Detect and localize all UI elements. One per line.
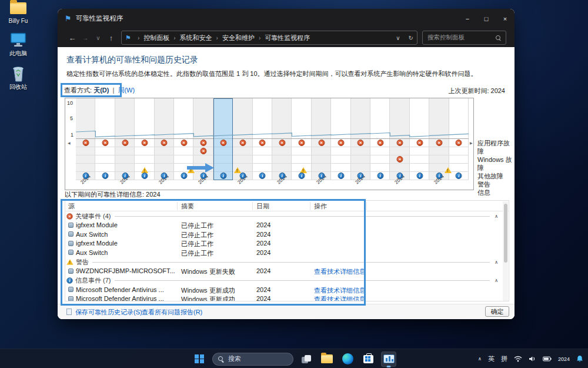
save-history-link[interactable]: 保存可靠性历史记录(S)... — [75, 308, 148, 317]
col-action-header[interactable]: 操作 — [314, 202, 327, 211]
view-all-reports-link[interactable]: 查看所有问题报告(R) — [142, 308, 202, 317]
cell-date: 2024 — [256, 267, 270, 274]
event-marker-critical-icon: × — [299, 140, 305, 146]
event-marker-critical-icon: × — [397, 156, 403, 163]
event-marker-critical-icon: × — [259, 140, 266, 146]
address-bar[interactable]: ⚑ ›控制面板›系统和安全›安全和维护›可靠性监视程序 ∨ ↻ — [121, 31, 417, 45]
chart-scroll-right-icon[interactable]: ▶ — [470, 141, 473, 145]
cell-source: Microsoft Defender Antivirus ... — [76, 286, 164, 293]
col-date-header[interactable]: 日期 — [256, 202, 269, 211]
collapse-group-icon[interactable]: ∧ — [495, 278, 498, 283]
desktop-icon-this-pc[interactable]: 此电脑 — [0, 32, 36, 58]
cell-date: 2024 — [256, 231, 270, 238]
volume-icon[interactable] — [529, 356, 536, 362]
table-row[interactable]: igfxext Module已停止工作2024 — [65, 239, 509, 248]
breadcrumb-segment-0[interactable]: 控制面板 — [143, 34, 169, 41]
taskbar-clock[interactable]: 2024 — [558, 356, 570, 362]
window-content: 查看计算机的可靠性和问题历史记录 稳定性指数可评估系统的总体稳定性。此指数的取值… — [58, 47, 514, 319]
event-marker-critical-icon: × — [436, 140, 442, 146]
reliability-chart: 10 5 1 ××××××××××××××××××××××iiiiiiiiiii… — [65, 98, 474, 190]
desktop-icon-recycle-bin[interactable]: 回收站 — [0, 65, 36, 91]
tray-overflow-chevron-icon[interactable]: ∧ — [478, 356, 482, 362]
view-by-days[interactable]: 天(D) — [93, 87, 109, 94]
breadcrumb-segment-2[interactable]: 安全和维护 — [222, 34, 255, 41]
desktop-icon-folder-billy-fu[interactable]: Billy Fu — [0, 0, 36, 24]
cell-source: igfxext Module — [76, 221, 118, 228]
group-label: 警告 — [76, 258, 89, 267]
control-panel-search[interactable]: 搜索控制面板 — [422, 31, 506, 45]
taskbar-search[interactable]: 搜索 — [212, 353, 293, 366]
back-button[interactable]: ← — [66, 34, 79, 42]
chart-legend: 应用程序故障Windows 故障其他故障警告信息 — [477, 139, 514, 197]
microsoft-store-button[interactable] — [360, 352, 376, 367]
wifi-icon[interactable] — [514, 356, 522, 362]
minimize-button[interactable]: − — [458, 9, 477, 28]
col-summary-header[interactable]: 摘要 — [181, 202, 194, 211]
event-marker-info-icon: i — [416, 173, 423, 179]
desktop: Billy Fu此电脑回收站 ⚑ 可靠性监视程序 − □ × ← → ∨ ↑ ⚑… — [0, 0, 588, 368]
details-period-label: 以下期间的可靠性详细信息: 2024 — [65, 190, 161, 199]
recent-pages-dropdown-icon[interactable]: ∨ — [92, 35, 105, 41]
ok-button[interactable]: 确定 — [485, 306, 509, 317]
table-row[interactable]: 9WZDNCRFJBMP-MICROSOFT...Windows 更新失败202… — [65, 267, 509, 276]
breadcrumb-separator-icon: › — [259, 35, 260, 41]
address-dropdown-icon[interactable]: ∨ — [396, 35, 400, 41]
event-marker-info-icon: i — [456, 173, 462, 179]
breadcrumb-segment-3[interactable]: 可靠性监视程序 — [265, 34, 310, 41]
view-technical-details-link[interactable]: 查看技术详细信息 — [314, 295, 366, 301]
event-marker-critical-icon: × — [82, 140, 89, 146]
view-technical-details-link[interactable]: 查看技术详细信息 — [314, 286, 366, 295]
refresh-icon[interactable]: ↻ — [409, 35, 413, 41]
cell-summary: Windows 更新成功 — [181, 286, 235, 295]
table-group-row-warning[interactable]: 警告∧ — [65, 257, 509, 267]
table-group-row-critical[interactable]: ×关键事件 (4)∧ — [65, 211, 509, 221]
reliability-monitor-taskbar-button[interactable] — [381, 352, 396, 367]
table-group-row-info[interactable]: i信息事件 (7)∧ — [65, 276, 509, 286]
application-icon — [68, 250, 74, 255]
notification-bell-icon[interactable] — [576, 355, 583, 363]
file-explorer-button[interactable] — [319, 352, 335, 367]
table-scrollbar[interactable] — [503, 201, 508, 301]
cell-summary: 已停止工作 — [181, 231, 213, 240]
cell-summary: 已停止工作 — [181, 240, 213, 248]
save-file-icon — [66, 309, 72, 315]
battery-icon[interactable] — [543, 356, 552, 362]
application-icon — [68, 223, 74, 228]
event-marker-critical-icon: × — [181, 140, 187, 146]
table-row[interactable]: Microsoft Defender Antivirus ...Windows … — [65, 294, 509, 301]
event-marker-critical-icon: × — [201, 140, 207, 146]
table-row[interactable]: Aux Switch已停止工作2024 — [65, 230, 509, 240]
breadcrumb-segment-1[interactable]: 系统和安全 — [180, 34, 212, 41]
table-row[interactable]: Aux Switch已停止工作2024 — [65, 248, 509, 258]
view-by-weeks-link[interactable]: 周(W) — [118, 87, 135, 94]
application-icon — [68, 287, 74, 292]
chart-scroll-left-icon[interactable]: ◀ — [68, 141, 71, 145]
forward-button[interactable]: → — [79, 35, 92, 41]
ime-language-indicator[interactable]: 英 — [488, 354, 495, 363]
event-marker-critical-icon: × — [239, 140, 246, 146]
event-marker-critical-icon: × — [397, 140, 403, 146]
page-description: 稳定性指数可评估系统的总体稳定性。此指数的取值范围是 1 到 10。通过选择特定… — [66, 69, 503, 78]
table-row[interactable]: Microsoft Defender Antivirus ...Windows … — [65, 286, 509, 295]
collapse-group-icon[interactable]: ∧ — [495, 214, 498, 219]
event-marker-info-icon: i — [377, 173, 383, 179]
collapse-group-icon[interactable]: ∧ — [495, 260, 498, 265]
edge-button[interactable] — [340, 352, 355, 367]
start-button[interactable] — [192, 352, 207, 367]
col-source-header[interactable]: 源 — [68, 202, 75, 211]
close-button[interactable]: × — [496, 9, 514, 28]
application-icon — [68, 268, 74, 274]
table-row[interactable]: igfxext Module已停止工作2024 — [65, 221, 509, 230]
cell-date: 2024 — [256, 249, 270, 256]
up-button[interactable]: ↑ — [105, 34, 118, 42]
view-technical-details-link[interactable]: 查看技术详细信息 — [314, 267, 366, 276]
breadcrumb-separator-icon: › — [173, 35, 175, 41]
table-header: 源 摘要 日期 操作 — [65, 201, 509, 211]
maximize-button[interactable]: □ — [477, 9, 496, 28]
event-marker-critical-icon: × — [141, 140, 148, 146]
cell-summary: 已停止工作 — [181, 221, 213, 230]
desktop-icon-label: Billy Fu — [0, 18, 36, 24]
event-marker-info-icon: i — [82, 173, 89, 179]
task-view-button[interactable] — [299, 352, 314, 367]
ime-mode-indicator[interactable]: 拼 — [501, 354, 507, 363]
